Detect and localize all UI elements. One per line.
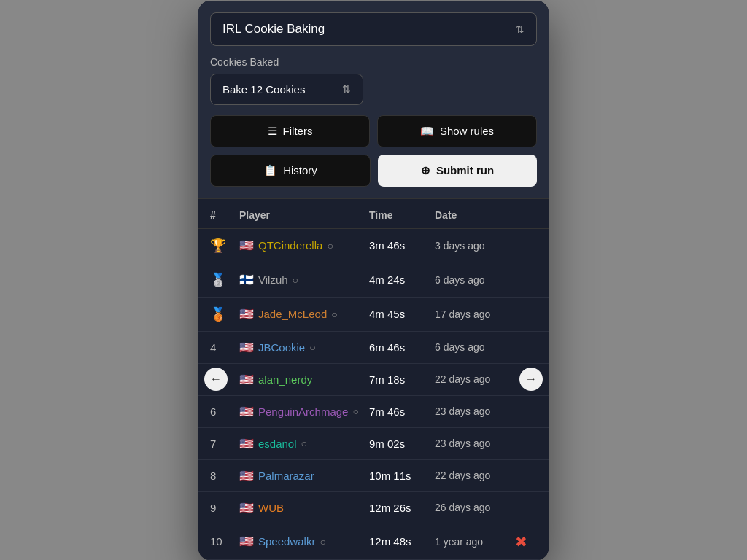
history-label: History <box>283 164 317 176</box>
date-cell: 3 days ago <box>435 240 515 252</box>
time-cell: 7m 18s <box>369 373 435 386</box>
player-cell: 🇫🇮Vilzuh○ <box>239 273 369 287</box>
table-row[interactable]: 8🇺🇸Palmarazar10m 11s22 days ago <box>198 460 549 492</box>
rank-cell: 8 <box>210 470 239 482</box>
flag-icon: 🇫🇮 <box>239 273 254 287</box>
date-cell: 17 days ago <box>435 308 515 320</box>
date-cell: 6 days ago <box>435 274 515 286</box>
time-cell: 9m 02s <box>369 438 435 450</box>
player-name[interactable]: PenguinArchmage <box>258 405 348 418</box>
app-container: IRL Cookie Baking ⇅ Cookies Baked Bake 1… <box>198 1 549 560</box>
time-cell: 3m 46s <box>369 239 435 252</box>
category-selector-arrows-icon: ⇅ <box>342 83 351 95</box>
game-selector[interactable]: IRL Cookie Baking ⇅ <box>210 12 537 46</box>
leaderboard-table: ← → # Player Time Date 🏆🇺🇸QTCinderella○3… <box>198 199 549 560</box>
table-row[interactable]: 🏆🇺🇸QTCinderella○3m 46s3 days ago <box>198 229 549 263</box>
rank-cell: 🏆 <box>210 238 239 254</box>
comment-icon[interactable]: ○ <box>301 438 307 449</box>
table-row[interactable]: 6🇺🇸PenguinArchmage○7m 46s23 days ago <box>198 396 549 428</box>
col-date: Date <box>435 209 515 221</box>
rank-cell: 🥉 <box>210 306 239 322</box>
game-selector-text: IRL Cookie Baking <box>222 22 325 36</box>
time-cell: 12m 48s <box>369 535 435 548</box>
date-cell: 22 days ago <box>435 470 515 481</box>
table-row[interactable]: 4🇺🇸JBCookie○6m 46s6 days ago <box>198 332 549 364</box>
player-name[interactable]: Vilzuh <box>258 273 288 286</box>
player-name[interactable]: Palmarazar <box>258 470 314 482</box>
date-cell: 23 days ago <box>435 438 515 449</box>
filters-button[interactable]: ☰ Filters <box>210 115 370 147</box>
category-selector-text: Bake 12 Cookies <box>222 83 305 96</box>
player-cell: 🇺🇸Jade_McLeod○ <box>239 307 369 321</box>
plus-icon: ⊕ <box>421 164 430 177</box>
rank-cell: 4 <box>210 341 239 354</box>
nav-left-button[interactable]: ← <box>204 368 228 391</box>
date-cell: 26 days ago <box>435 502 515 513</box>
book-icon: 📖 <box>420 125 434 138</box>
col-extra <box>515 209 537 221</box>
time-cell: 10m 11s <box>369 470 435 482</box>
category-selector[interactable]: Bake 12 Cookies ⇅ <box>210 74 363 105</box>
col-time: Time <box>369 209 435 221</box>
col-player: Player <box>239 209 369 221</box>
history-icon: 📋 <box>263 164 277 177</box>
table-row[interactable]: 5🇺🇸alan_nerdy7m 18s22 days ago <box>198 364 549 396</box>
rank-cell: 🥈 <box>210 272 239 288</box>
player-name[interactable]: alan_nerdy <box>258 373 312 386</box>
player-name[interactable]: esdanol <box>258 438 297 450</box>
date-cell: 6 days ago <box>435 341 515 353</box>
flag-icon: 🇺🇸 <box>239 469 254 483</box>
history-button[interactable]: 📋 History <box>210 155 371 187</box>
flag-icon: 🇺🇸 <box>239 307 254 321</box>
time-cell: 12m 26s <box>369 502 435 514</box>
comment-icon[interactable]: ○ <box>331 308 337 320</box>
rank-cell: 7 <box>210 438 239 450</box>
player-cell: 🇺🇸PenguinArchmage○ <box>239 405 369 419</box>
player-cell: 🇺🇸esdanol○ <box>239 437 369 451</box>
time-cell: 4m 24s <box>369 273 435 286</box>
submit-run-button[interactable]: ⊕ Submit run <box>378 155 537 187</box>
time-cell: 4m 45s <box>369 308 435 320</box>
table-row[interactable]: 9🇺🇸WUB12m 26s26 days ago <box>198 492 549 524</box>
show-rules-label: Show rules <box>440 125 494 137</box>
submit-run-label: Submit run <box>436 164 494 176</box>
table-row[interactable]: 7🇺🇸esdanol○9m 02s23 days ago <box>198 428 549 460</box>
game-selector-arrows-icon: ⇅ <box>516 23 525 35</box>
extra-cell[interactable]: ✖ <box>515 533 537 551</box>
comment-icon[interactable]: ○ <box>320 536 325 548</box>
table-row[interactable]: 10🇺🇸Speedwalkr○12m 48s1 year ago✖ <box>198 524 549 560</box>
table-row[interactable]: 🥈🇫🇮Vilzuh○4m 24s6 days ago <box>198 263 549 298</box>
comment-icon[interactable]: ○ <box>309 341 315 353</box>
player-name[interactable]: QTCinderella <box>258 239 322 252</box>
comment-icon[interactable]: ○ <box>327 240 333 252</box>
nav-right-button[interactable]: → <box>519 368 543 391</box>
top-section: IRL Cookie Baking ⇅ Cookies Baked Bake 1… <box>198 1 549 199</box>
table-header: # Player Time Date <box>198 199 549 229</box>
time-cell: 6m 46s <box>369 341 435 354</box>
player-name[interactable]: WUB <box>258 502 284 514</box>
date-cell: 1 year ago <box>435 536 515 548</box>
player-name[interactable]: Jade_McLeod <box>258 308 327 320</box>
player-cell: 🇺🇸alan_nerdy <box>239 373 369 386</box>
table-row[interactable]: 🥉🇺🇸Jade_McLeod○4m 45s17 days ago <box>198 298 549 332</box>
flag-icon: 🇺🇸 <box>239 373 254 386</box>
rank-cell: 6 <box>210 405 239 418</box>
buttons-row-1: ☰ Filters 📖 Show rules <box>210 115 537 147</box>
category-label: Cookies Baked <box>210 56 537 68</box>
flag-icon: 🇺🇸 <box>239 534 254 548</box>
flag-icon: 🇺🇸 <box>239 501 254 515</box>
player-name[interactable]: JBCookie <box>258 341 305 354</box>
flag-icon: 🇺🇸 <box>239 405 254 419</box>
player-cell: 🇺🇸WUB <box>239 501 369 515</box>
comment-icon[interactable]: ○ <box>293 274 298 286</box>
time-cell: 7m 46s <box>369 405 435 418</box>
flag-icon: 🇺🇸 <box>239 238 254 252</box>
comment-icon[interactable]: ○ <box>352 405 358 417</box>
rank-cell: 10 <box>210 535 239 548</box>
show-rules-button[interactable]: 📖 Show rules <box>377 115 537 147</box>
table-body: 🏆🇺🇸QTCinderella○3m 46s3 days ago🥈🇫🇮Vilzu… <box>198 229 549 560</box>
date-cell: 23 days ago <box>435 405 515 417</box>
player-name[interactable]: Speedwalkr <box>258 535 315 548</box>
filters-label: Filters <box>283 125 313 137</box>
player-cell: 🇺🇸QTCinderella○ <box>239 238 369 252</box>
